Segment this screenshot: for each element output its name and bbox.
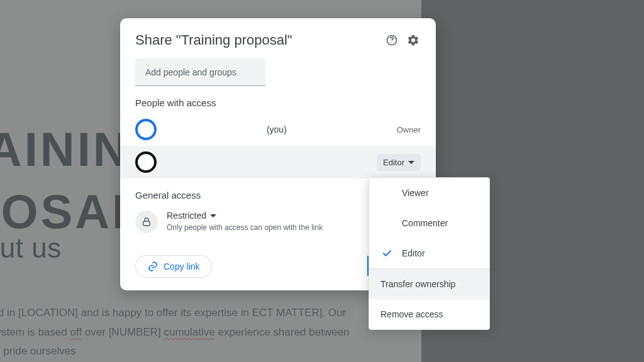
avatar [135,119,157,140]
chevron-down-icon [210,214,216,217]
role-action-remove-access[interactable]: Remove access [369,299,489,329]
dialog-header: Share "Training proposal" [120,18,436,57]
role-dropdown-button[interactable]: Editor [377,154,421,171]
role-dropdown-menu: Viewer Commenter Editor Transfer ownersh… [369,177,490,330]
role-option-editor[interactable]: Editor [369,238,489,268]
add-people-input[interactable] [135,58,265,86]
role-option-viewer[interactable]: Viewer [369,178,489,208]
role-label-owner: Owner [397,125,421,134]
dialog-title: Share "Training proposal" [135,32,378,48]
link-icon [147,261,158,272]
svg-point-1 [391,43,392,43]
help-icon[interactable] [384,33,399,48]
person-row-editor: Editor [120,146,436,178]
check-icon [380,248,393,259]
copy-link-button[interactable]: Copy link [135,255,212,278]
people-with-access-label: People with access [135,97,421,108]
svg-rect-2 [143,221,150,226]
avatar [135,151,157,173]
role-action-transfer-ownership[interactable]: Transfer ownership [369,269,489,299]
chevron-down-icon [408,161,414,164]
general-access-mode-button[interactable]: Restricted [167,211,323,221]
person-row-owner: (you) Owner [120,113,436,146]
lock-icon [135,211,158,233]
gear-icon[interactable] [406,33,421,48]
general-access-description: Only people with access can open with th… [167,223,323,232]
person-label: (you) [165,124,388,134]
role-option-commenter[interactable]: Commenter [369,208,489,238]
